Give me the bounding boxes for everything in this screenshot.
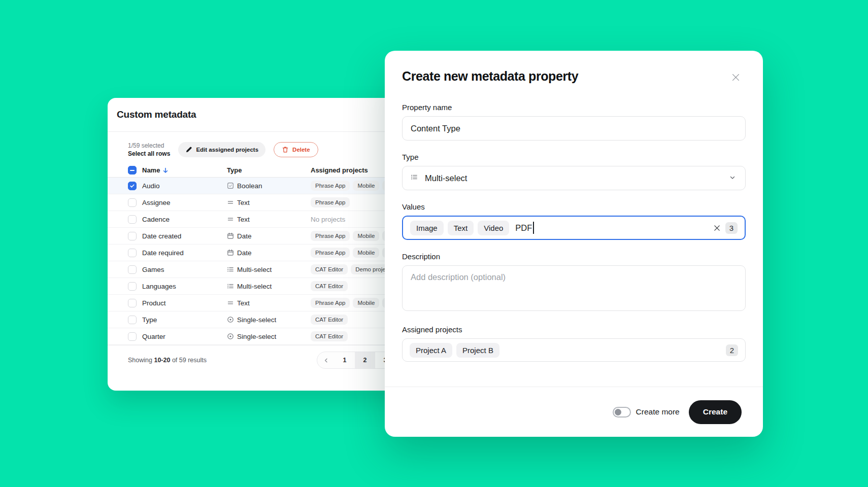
checkbox-icon [227,182,234,189]
project-chip: CAT Editor [311,264,348,274]
create-more-toggle[interactable]: Create more [613,407,680,418]
row-name: Assignee [142,199,227,206]
row-type: Boolean [227,182,311,190]
chevron-down-icon [729,174,737,182]
table-footer: Showing 10-20 of 59 results 123 [108,345,422,369]
row-checkbox[interactable] [128,299,137,307]
assigned-project-chips: Project AProject B [410,343,499,358]
row-checkbox[interactable] [128,265,137,274]
project-chip: Phrase App [311,197,350,207]
row-checkbox[interactable] [128,198,137,207]
create-more-label: Create more [636,407,680,416]
pagination-page-1[interactable]: 1 [335,352,355,368]
values-label: Values [402,202,746,211]
project-chip: Phrase App [311,248,350,258]
property-name-input[interactable] [402,116,746,141]
values-typed-text: PDF [515,222,534,234]
row-checkbox[interactable] [128,249,137,257]
modal-title: Create new metadata property [402,69,746,84]
toggle-switch-icon[interactable] [613,407,631,418]
clear-values-icon[interactable] [713,224,721,232]
radio-icon [227,316,234,323]
row-name: Date created [142,232,227,240]
value-chip[interactable]: Text [448,221,474,235]
table-row[interactable]: Date createdDatePhrase AppMobile+11 [108,228,422,245]
row-checkbox[interactable] [128,316,137,324]
column-header-name[interactable]: Name [142,166,227,174]
value-chip[interactable]: Video [478,221,509,235]
description-textarea[interactable] [402,265,746,311]
project-chip: Mobile [353,181,379,191]
project-chip: Phrase App [311,298,350,308]
row-type: Date [227,232,311,240]
row-name: Languages [142,283,227,290]
text-icon [227,199,234,206]
values-count-badge: 3 [725,222,738,234]
value-chip[interactable]: Image [410,221,444,235]
row-type: Single-select [227,316,311,324]
project-chip: Phrase App [311,181,350,191]
pagination-page-2[interactable]: 2 [355,352,375,368]
table-row[interactable]: TypeSingle-selectCAT Editor [108,311,422,328]
row-checkbox[interactable] [128,215,137,224]
card-title: Custom metadata [117,109,196,120]
close-icon[interactable] [729,71,742,83]
row-type: Multi-select [227,283,311,290]
row-checkbox[interactable] [128,182,137,190]
select-all-rows-link[interactable]: Select all rows [128,150,170,158]
row-type: Single-select [227,333,311,340]
table-row[interactable]: ProductTextPhrase AppMobile+10 [108,295,422,311]
row-type: Text [227,216,311,223]
table-row[interactable]: AudioBooleanPhrase AppMobile+3 [108,178,422,194]
no-projects-text: No projects [311,216,345,223]
assigned-project-chip[interactable]: Project A [410,343,452,358]
pagination-prev-icon[interactable] [317,352,335,368]
create-metadata-modal: Create new metadata property Property na… [385,51,763,437]
table-body: AudioBooleanPhrase AppMobile+3AssigneeTe… [108,178,422,345]
project-chip: Phrase App [311,231,350,241]
row-checkbox[interactable] [128,232,137,240]
create-button[interactable]: Create [689,400,742,424]
values-input[interactable]: ImageTextVideo PDF 3 [402,216,746,240]
row-name: Quarter [142,333,227,340]
table-row[interactable]: QuarterSingle-selectCAT Editor [108,328,422,345]
row-name: Date required [142,249,227,257]
project-chip: CAT Editor [311,331,348,341]
sort-descending-icon [162,167,169,174]
pagination: 123 [317,352,396,369]
project-chip: Mobile [353,248,379,258]
row-type: Date [227,249,311,257]
row-name: Games [142,266,227,273]
radio-icon [227,333,234,340]
text-icon [227,216,234,223]
assigned-projects-input[interactable]: Project AProject B 2 [402,338,746,362]
row-name: Product [142,299,227,307]
selection-summary: 1/59 selected Select all rows [128,142,170,158]
table-row[interactable]: GamesMulti-selectCAT EditorDemo project [108,261,422,278]
table-toolbar: 1/59 selected Select all rows Edit assig… [108,140,422,159]
assigned-count-badge: 2 [726,344,738,356]
row-type: Text [227,299,311,307]
card-header: Custom metadata [108,98,422,132]
select-all-checkbox[interactable] [128,166,137,175]
project-chip: Mobile [353,298,379,308]
edit-assigned-projects-button[interactable]: Edit assigned projects [178,142,265,157]
project-chip: Mobile [353,231,379,241]
list-icon [227,266,234,273]
row-checkbox[interactable] [128,332,137,341]
row-type: Multi-select [227,266,311,273]
table-row[interactable]: LanguagesMulti-selectCAT Editor [108,278,422,295]
delete-button[interactable]: Delete [274,142,318,157]
type-select[interactable]: Multi-select [402,166,746,190]
row-name: Audio [142,182,227,190]
table-row[interactable]: Date requiredDatePhrase AppMobile+11 [108,245,422,261]
table-row[interactable]: CadenceTextNo projects [108,211,422,228]
assigned-projects-label: Assigned projects [402,325,746,334]
trash-icon [282,146,289,153]
column-header-type[interactable]: Type [227,166,311,174]
type-label: Type [402,153,746,161]
row-checkbox[interactable] [128,282,137,291]
pencil-icon [185,146,192,153]
table-row[interactable]: AssigneeTextPhrase App [108,194,422,211]
assigned-project-chip[interactable]: Project B [456,343,499,358]
